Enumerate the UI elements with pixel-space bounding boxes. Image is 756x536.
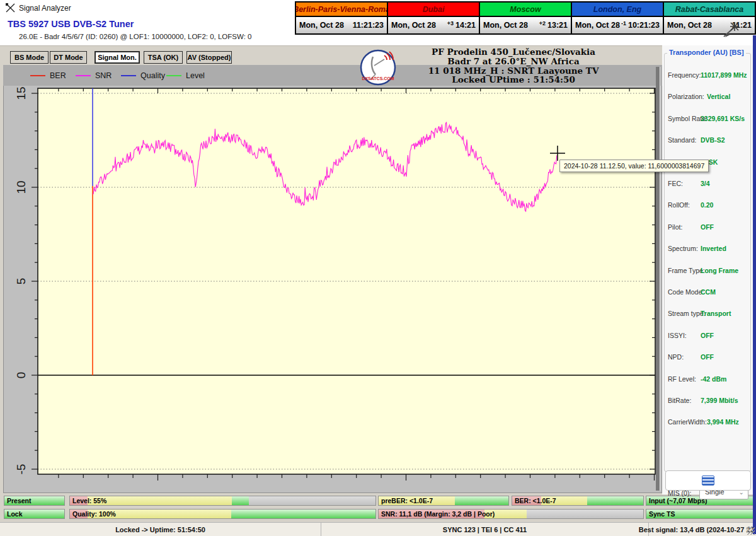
tp-label: NPD:: [668, 353, 684, 361]
transponder-title: Transponder (AU) [BS]: [667, 49, 746, 56]
bar-text: BER: <1.0E-7: [515, 497, 556, 504]
status-cell-2: Best signal: 13,4 dB (2024-10-27 22:33): [649, 523, 756, 536]
tp-row-spectrum: Spectrum:Inverted: [668, 245, 750, 253]
tp-row-fec: FEC:3/4: [668, 180, 750, 189]
clock-time: Mon, Oct 28+314:21: [388, 17, 479, 33]
clock-value: 13:21: [547, 21, 568, 30]
bar-segment: [88, 496, 232, 505]
clock-cell-0: Berlin-Paris-Vienna-RomaMon, Oct 2811:21…: [296, 3, 388, 33]
tp-value: Transport: [701, 310, 731, 317]
clock-time: Mon, Oct 28-110:21:23: [572, 17, 663, 33]
bar-segment: [455, 496, 508, 505]
bar-text: Sync TS: [649, 510, 675, 518]
tp-row-frametype: Frame Type:Long Frame: [668, 267, 750, 276]
tp-row-pilot: Pilot:OFF: [668, 223, 750, 232]
bar-ber: BER: <1.0E-7: [512, 496, 644, 506]
bar-text: Level: 55%: [72, 497, 106, 504]
clock-date: Mon, Oct 28: [483, 21, 528, 30]
tp-value: Long Frame: [701, 267, 738, 274]
tp-label: BitRate:: [668, 397, 691, 404]
tp-row-rflevel: RF Level:-42 dBm: [668, 375, 750, 384]
mode-button-av-stopped[interactable]: AV (Stopped): [186, 51, 232, 64]
feed-header: PF Prodelin 450_Lučenec/Slovakia Badr 7 …: [372, 47, 655, 84]
tp-label: ISSYI:: [668, 332, 687, 339]
tp-row-symbolrate: Symbol Rate:3329,691 KS/s: [668, 115, 750, 124]
tp-label: RollOff:: [668, 201, 690, 209]
tp-label: Frequency:: [668, 71, 701, 79]
feed-header-line1: PF Prodelin 450_Lučenec/Slovakia: [372, 47, 655, 57]
chart-panel: [3, 65, 662, 493]
bar-text: SNR: 11,1 dB (Margin: 3,2 dB | Poor): [381, 510, 495, 518]
tp-row-standard: Standard:DVB-S2: [668, 136, 750, 145]
chart-right-rail: [656, 67, 660, 491]
bar-text: Present: [7, 497, 32, 504]
tp-value: Vertical: [707, 93, 730, 100]
antenna-cursor-icon: [720, 21, 742, 38]
tp-row-carrierwidth: CarrierWidth:3,994 MHz: [668, 418, 750, 427]
bar-segment: [232, 496, 249, 505]
tp-value: OFF: [701, 332, 714, 339]
bar-present: Present: [4, 496, 65, 506]
clock-city: Moscow: [480, 3, 571, 17]
bar-lock: Lock: [4, 509, 65, 519]
legend-label: Quality: [140, 71, 165, 80]
bar-text: Quality: 100%: [72, 510, 116, 518]
clock-city: Rabat-Casablanca: [664, 3, 755, 17]
status-cell-0: Locked -> Uptime: 51:54:50: [0, 523, 321, 536]
mode-button-dt-mode[interactable]: DT Mode: [50, 51, 87, 64]
tuner-settings: 26.0E - Badr 4/5/6/7 (ID: 0260) @ LOF1: …: [19, 33, 251, 40]
window-right-border: [753, 35, 756, 534]
legend-item-snr: SNR: [76, 65, 112, 86]
window-title: Signal Analyzer: [19, 4, 71, 13]
legend-label: BER: [50, 71, 66, 80]
tp-label: CarrierWidth:: [668, 418, 707, 426]
tp-value: DVB-S2: [701, 136, 725, 144]
clock-cell-1: DubaiMon, Oct 28+314:21: [388, 3, 480, 33]
clock-time: Mon, Oct 2811:21:23: [296, 17, 387, 33]
clock-city: Berlin-Paris-Vienna-Roma: [296, 3, 387, 17]
tp-label: FEC:: [668, 180, 683, 187]
bar-text: Lock: [7, 510, 23, 518]
clock-date: Mon, Oct 28: [391, 21, 436, 30]
clock-date: Mon, Oct 28: [299, 21, 344, 30]
bar-syncts: Sync TS: [646, 509, 754, 519]
legend-item-quality: Quality: [121, 65, 165, 86]
tp-value: Inverted: [701, 245, 726, 252]
mode-button-signal-mon[interactable]: Signal Mon.: [94, 51, 140, 64]
bar-quality: Quality: 100%: [69, 509, 376, 519]
legend-label: SNR: [95, 71, 112, 80]
tp-value: OFF: [701, 223, 714, 231]
bar-snr: SNR: 11,1 dB (Margin: 3,2 dB | Poor): [378, 509, 644, 519]
mode-button-tsa-ok[interactable]: TSA (OK): [144, 51, 183, 64]
clock-value: 11:21:23: [353, 21, 384, 30]
clock-utc-offset: +2: [539, 20, 546, 26]
status-cell-1: SYNC 123 | TEI 6 | CC 411: [321, 523, 649, 536]
feed-header-line4: Locked UPtime : 51:54:50: [372, 75, 655, 84]
tp-row-bitrate: BitRate:7,399 Mbit/s: [668, 397, 750, 405]
tp-row-codemode: Code Mode:CCM: [668, 288, 750, 297]
clock-utc-offset: +3: [447, 20, 454, 26]
tp-row-npd: NPD:OFF: [668, 353, 750, 362]
tp-row-frequency: Frequency:11017,899 MHz: [668, 71, 750, 80]
export-button[interactable]: [665, 470, 751, 491]
clock-date: Mon, Oct 28: [667, 21, 712, 30]
clock-cell-3: London, EngMon, Oct 28-110:21:23: [572, 3, 664, 33]
feed-header-line2: Badr 7 at 26.0°E_NW Africa: [372, 57, 655, 66]
legend-swatch: [166, 75, 181, 76]
bar-level: Level: 55%: [69, 496, 376, 506]
tp-label: Stream type:: [668, 310, 706, 317]
bar-text: Input (~7,07 Mbps): [649, 497, 707, 504]
tp-row-rolloff: RollOff:0.20: [668, 201, 750, 210]
tp-value: 11017,899 MHz: [701, 71, 747, 79]
tp-label: Spectrum:: [668, 245, 698, 252]
tp-label: Code Mode:: [668, 288, 704, 296]
resize-grip[interactable]: [747, 527, 755, 535]
clock-city: Dubai: [388, 3, 479, 17]
feed-header-line3: 11 018 MHz_H : SNRT Laayoune TV: [372, 66, 655, 76]
tp-value: CCM: [701, 288, 716, 296]
mode-button-bs-mode[interactable]: BS Mode: [10, 51, 49, 64]
bar-segment: [231, 510, 375, 518]
tp-value: -42 dBm: [701, 375, 726, 383]
tp-value: 3/4: [701, 180, 710, 187]
legend-item-ber: BER: [30, 65, 66, 86]
